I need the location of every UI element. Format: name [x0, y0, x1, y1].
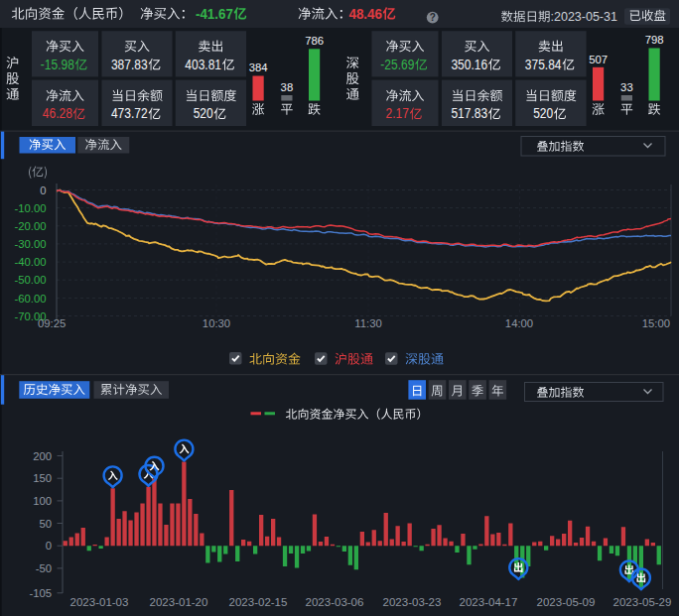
svg-text:0: 0 — [40, 185, 46, 196]
svg-text:-41.67: -41.67 — [196, 5, 233, 22]
svg-text:-60.00: -60.00 — [14, 293, 46, 305]
svg-text:350.16: 350.16 — [451, 57, 487, 73]
svg-text:517.83: 517.83 — [451, 105, 487, 122]
svg-text:-25.69: -25.69 — [380, 57, 414, 73]
svg-text:2023-04-17: 2023-04-17 — [460, 596, 518, 608]
svg-text:2023-01-03: 2023-01-03 — [70, 596, 129, 608]
svg-text:2023-05-09: 2023-05-09 — [537, 596, 596, 608]
svg-text:200: 200 — [33, 450, 52, 462]
svg-text:-50.00: -50.00 — [14, 274, 46, 286]
svg-text:403.81: 403.81 — [185, 57, 221, 73]
svg-text:38: 38 — [281, 81, 294, 93]
svg-text:798: 798 — [645, 34, 664, 46]
svg-text:?: ? — [430, 12, 436, 23]
svg-text:2023-03-23: 2023-03-23 — [383, 596, 442, 608]
svg-text:09:25: 09:25 — [38, 317, 66, 329]
svg-text:520: 520 — [194, 105, 213, 122]
svg-text:-15.98: -15.98 — [41, 57, 74, 73]
svg-text:10:30: 10:30 — [203, 317, 230, 329]
svg-text:0: 0 — [46, 540, 52, 552]
svg-text:-40.00: -40.00 — [14, 256, 46, 268]
svg-text:473.72: 473.72 — [111, 105, 148, 122]
svg-text:2023-03-06: 2023-03-06 — [306, 596, 364, 608]
svg-text:-50: -50 — [36, 562, 52, 574]
svg-text:375.84: 375.84 — [525, 57, 562, 73]
svg-text:46.28: 46.28 — [43, 105, 72, 122]
svg-text:48.46: 48.46 — [349, 5, 383, 22]
svg-text:100: 100 — [33, 495, 52, 507]
svg-text:387.83: 387.83 — [111, 57, 148, 73]
svg-text::2023-05-31: :2023-05-31 — [551, 10, 617, 24]
svg-text:2023-02-15: 2023-02-15 — [229, 596, 288, 608]
svg-text:2023-01-20: 2023-01-20 — [150, 596, 208, 608]
svg-text:507: 507 — [589, 54, 608, 65]
svg-text:15:00: 15:00 — [642, 317, 670, 329]
svg-text:384: 384 — [249, 62, 268, 73]
svg-text:520: 520 — [533, 105, 553, 122]
svg-text:50: 50 — [39, 518, 52, 530]
svg-text:14:00: 14:00 — [505, 317, 533, 329]
svg-text:-30.00: -30.00 — [14, 238, 46, 250]
svg-text:-105: -105 — [29, 587, 52, 599]
svg-text:11:30: 11:30 — [354, 317, 381, 329]
svg-text:150: 150 — [33, 472, 52, 484]
svg-text:2023-05-29: 2023-05-29 — [613, 596, 672, 608]
svg-text:33: 33 — [620, 81, 633, 93]
svg-text:-20.00: -20.00 — [14, 220, 46, 232]
svg-text:2.17: 2.17 — [386, 105, 409, 122]
svg-text:786: 786 — [305, 35, 324, 47]
svg-text:-10.00: -10.00 — [14, 202, 46, 214]
